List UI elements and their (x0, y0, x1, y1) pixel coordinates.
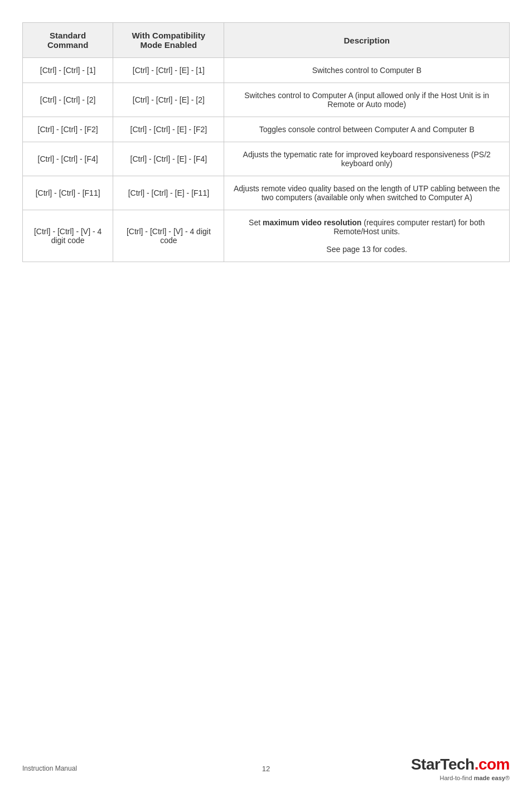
startech-logo: StarTech.com (411, 756, 510, 773)
logo-com: .com (475, 756, 510, 773)
logo-tech: Tech (440, 756, 474, 773)
table-row-standard-5: [Ctrl] - [Ctrl] - [V] - 4 digit code (23, 210, 113, 262)
footer-page-number: 12 (262, 765, 270, 773)
table-row-compat-3: [Ctrl] - [Ctrl] - [E] - [F4] (113, 142, 224, 176)
table-row-desc-3: Adjusts the typematic rate for improved … (224, 142, 510, 176)
table-row-standard-3: [Ctrl] - [Ctrl] - [F4] (23, 142, 113, 176)
table-row-standard-1: [Ctrl] - [Ctrl] - [2] (23, 83, 113, 117)
table-row-desc-2: Toggles console control between Computer… (224, 117, 510, 142)
table-row-compat-4: [Ctrl] - [Ctrl] - [E] - [F11] (113, 176, 224, 210)
logo-star: Star (411, 756, 440, 773)
col-header-standard: Standard Command (23, 23, 113, 58)
table-row-desc-4: Adjusts remote video quality based on th… (224, 176, 510, 210)
tagline: Hard-to-find made easy® (439, 775, 510, 781)
footer: Instruction Manual 12 StarTech.com Hard-… (22, 756, 510, 781)
table-row-standard-4: [Ctrl] - [Ctrl] - [F11] (23, 176, 113, 210)
table-row-desc-5: Set maximum video resolution (requires c… (224, 210, 510, 262)
table-row-standard-0: [Ctrl] - [Ctrl] - [1] (23, 58, 113, 83)
table-row-desc-1: Switches control to Computer A (input al… (224, 83, 510, 117)
col-header-desc: Description (224, 23, 510, 58)
footer-logo-area: StarTech.com Hard-to-find made easy® (411, 756, 510, 781)
col-header-compat: With Compatibility Mode Enabled (113, 23, 224, 58)
table-row-compat-5: [Ctrl] - [Ctrl] - [V] - 4 digit code (113, 210, 224, 262)
command-table: Standard Command With Compatibility Mode… (22, 22, 510, 262)
table-row-compat-0: [Ctrl] - [Ctrl] - [E] - [1] (113, 58, 224, 83)
table-row-compat-1: [Ctrl] - [Ctrl] - [E] - [2] (113, 83, 224, 117)
tagline-bold: made easy (474, 775, 505, 781)
table-row-compat-2: [Ctrl] - [Ctrl] - [E] - [F2] (113, 117, 224, 142)
table-row-desc-0: Switches control to Computer B (224, 58, 510, 83)
page-wrapper: Standard Command With Compatibility Mode… (0, 0, 532, 307)
footer-left-label: Instruction Manual (22, 765, 77, 772)
table-row-standard-2: [Ctrl] - [Ctrl] - [F2] (23, 117, 113, 142)
